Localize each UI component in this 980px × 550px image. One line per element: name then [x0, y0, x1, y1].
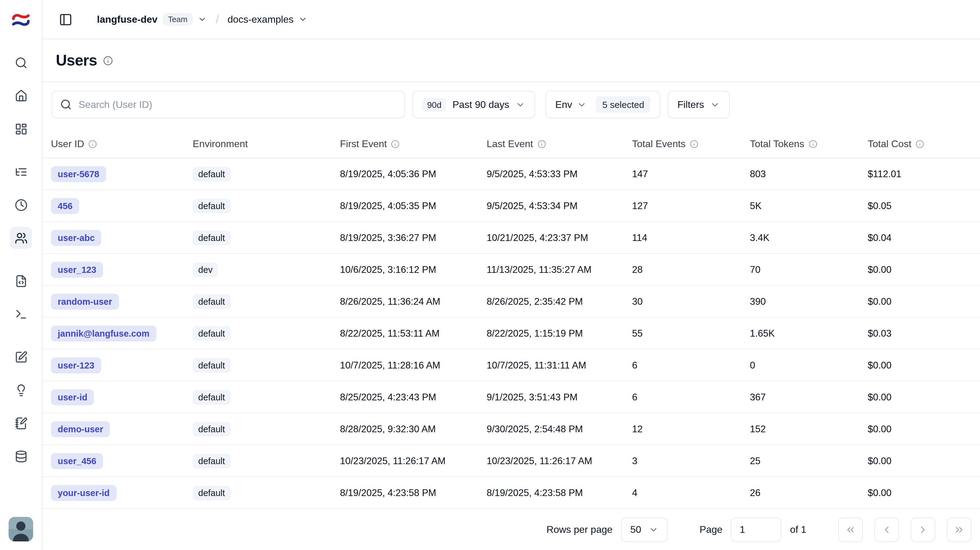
table-row[interactable]: user-5678 default 8/19/2025, 4:05:36 PM …: [42, 158, 980, 190]
column-header-label: Total Tokens: [750, 139, 804, 150]
app-logo[interactable]: [0, 0, 42, 39]
environment-badge: default: [192, 166, 231, 181]
environment-cell: dev: [192, 262, 340, 277]
total-cost-cell: $112.01: [868, 168, 980, 179]
last-event-cell: 9/30/2025, 2:54:48 PM: [487, 423, 632, 434]
environment-badge: default: [192, 485, 231, 500]
search-icon: [14, 56, 27, 69]
user-id-link[interactable]: user_123: [51, 262, 103, 277]
table-row[interactable]: your-user-id default 8/19/2025, 4:23:58 …: [42, 477, 980, 509]
column-header[interactable]: Total Cost: [868, 139, 980, 150]
total-events-cell: 3: [632, 455, 750, 466]
environment-badge: default: [192, 358, 231, 372]
sidebar-item-dashboards[interactable]: [10, 118, 32, 140]
date-range-button[interactable]: 90d Past 90 days: [412, 91, 535, 118]
rows-per-page-select[interactable]: 50: [621, 518, 668, 542]
total-tokens-cell: 152: [750, 423, 868, 434]
column-header[interactable]: Last Event: [487, 139, 632, 150]
chevron-down-icon: [515, 100, 525, 109]
page-input[interactable]: [731, 518, 781, 542]
column-header[interactable]: First Event: [340, 139, 487, 150]
sidebar-item-users[interactable]: [10, 227, 32, 249]
info-icon[interactable]: [391, 140, 400, 148]
user-id-cell: demo-user: [51, 421, 192, 437]
last-event-cell: 9/1/2025, 3:51:43 PM: [487, 391, 632, 403]
sidebar-item-home[interactable]: [10, 85, 32, 107]
table-row[interactable]: user_456 default 10/23/2025, 11:26:17 AM…: [42, 445, 980, 477]
last-event-cell: 9/5/2025, 4:53:34 PM: [487, 200, 632, 211]
info-icon[interactable]: [537, 140, 546, 148]
info-icon[interactable]: [916, 140, 924, 148]
first-page-button[interactable]: [838, 518, 863, 542]
user-id-link[interactable]: your-user-id: [51, 485, 116, 501]
user-id-link[interactable]: user-123: [51, 357, 101, 373]
terminal-icon: [14, 307, 27, 320]
sidebar-item-sessions[interactable]: [10, 194, 32, 216]
table-header-row: User ID Environment First Event Last Eve…: [42, 131, 980, 158]
total-events-cell: 127: [632, 200, 750, 211]
next-page-button[interactable]: [911, 518, 935, 542]
user-id-link[interactable]: user-id: [51, 389, 94, 405]
table-row[interactable]: user-abc default 8/19/2025, 3:36:27 PM 1…: [42, 222, 980, 254]
user-id-link[interactable]: user-5678: [51, 166, 106, 182]
table-row[interactable]: 456 default 8/19/2025, 4:05:35 PM 9/5/20…: [42, 190, 980, 222]
sidebar-item-search[interactable]: [10, 52, 32, 74]
user-id-link[interactable]: 456: [51, 198, 79, 214]
user-id-link[interactable]: user-abc: [51, 230, 102, 246]
total-tokens-cell: 5K: [750, 200, 868, 211]
user-id-link[interactable]: jannik@langfuse.com: [51, 325, 156, 341]
total-tokens-cell: 25: [750, 455, 868, 466]
table-row[interactable]: user-id default 8/25/2025, 4:23:43 PM 9/…: [42, 381, 980, 413]
environment-cell: default: [192, 485, 340, 500]
total-events-cell: 55: [632, 328, 750, 339]
column-header[interactable]: Total Events: [632, 139, 750, 150]
sidebar-item-datasets[interactable]: [10, 445, 32, 467]
sidebar-item-insights[interactable]: [10, 379, 32, 401]
table-row[interactable]: jannik@langfuse.com default 8/22/2025, 1…: [42, 318, 980, 349]
org-type-badge: Team: [162, 13, 193, 26]
project-name[interactable]: docs-examples: [228, 14, 294, 25]
table-row[interactable]: user_123 dev 10/6/2025, 3:16:12 PM 11/13…: [42, 254, 980, 286]
chevron-down-icon[interactable]: [198, 15, 207, 24]
sidebar-item-tracing[interactable]: [10, 161, 32, 183]
user-id-link[interactable]: random-user: [51, 293, 119, 309]
column-header[interactable]: User ID: [51, 139, 192, 150]
sidebar-item-prompts[interactable]: [10, 270, 32, 292]
environment-cell: default: [192, 422, 340, 436]
column-header[interactable]: Total Tokens: [750, 139, 868, 150]
search-input-wrapper: [51, 91, 405, 118]
total-events-cell: 30: [632, 296, 750, 307]
last-event-cell: 10/21/2025, 4:23:37 PM: [487, 232, 632, 243]
total-tokens-cell: 70: [750, 264, 868, 275]
page-count-label: of 1: [790, 524, 807, 535]
env-filter-button[interactable]: Env 5 selected: [546, 91, 660, 118]
sidebar-item-playground[interactable]: [10, 303, 32, 325]
table-row[interactable]: random-user default 8/26/2025, 11:36:24 …: [42, 286, 980, 318]
prev-page-button[interactable]: [875, 518, 899, 542]
info-icon[interactable]: [690, 140, 698, 148]
first-event-cell: 10/6/2025, 3:16:12 PM: [340, 264, 487, 275]
page-header: Users: [42, 39, 980, 82]
chevron-down-icon[interactable]: [299, 15, 308, 24]
user-id-link[interactable]: user_456: [51, 453, 103, 469]
user-id-link[interactable]: demo-user: [51, 421, 110, 437]
environment-cell: default: [192, 198, 340, 213]
table-row[interactable]: demo-user default 8/28/2025, 9:32:30 AM …: [42, 413, 980, 445]
table-row[interactable]: user-123 default 10/7/2025, 11:28:16 AM …: [42, 349, 980, 381]
user-id-cell: user_123: [51, 262, 192, 277]
info-icon[interactable]: [808, 140, 817, 148]
column-header[interactable]: Environment: [192, 139, 340, 150]
filters-button[interactable]: Filters: [668, 91, 730, 118]
info-icon[interactable]: [88, 140, 97, 148]
org-name[interactable]: langfuse-dev: [97, 14, 158, 25]
chevron-right-icon: [917, 524, 929, 535]
clock-icon: [14, 198, 27, 211]
sidebar-item-annotation[interactable]: [10, 412, 32, 434]
sidebar-toggle-button[interactable]: [56, 10, 75, 29]
total-tokens-cell: 803: [750, 168, 868, 179]
last-page-button[interactable]: [947, 518, 971, 542]
sidebar-item-evaluators[interactable]: [10, 346, 32, 368]
user-avatar[interactable]: [9, 517, 33, 541]
info-icon[interactable]: [103, 55, 113, 65]
search-input[interactable]: [78, 99, 396, 110]
